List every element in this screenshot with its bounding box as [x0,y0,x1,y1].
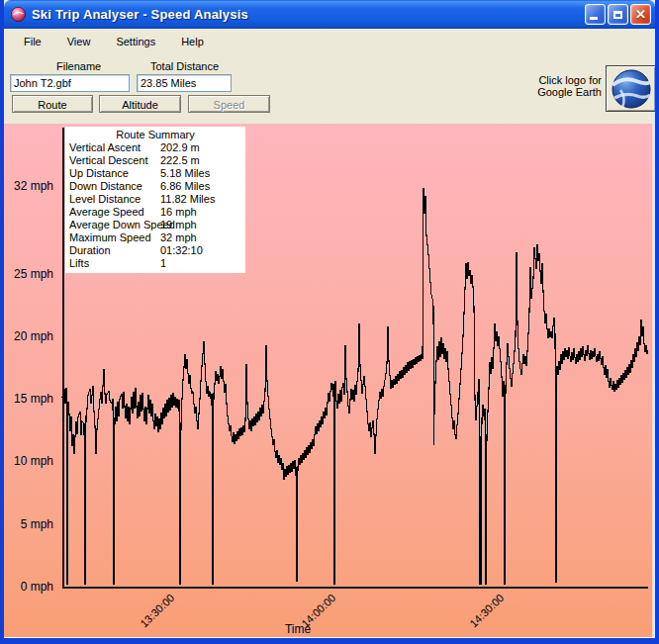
route-summary-value: 202.9 m [160,141,200,154]
route-summary-label: Duration [69,244,160,257]
y-tick-label: 32 mph [4,179,53,193]
google-earth-logo-button[interactable] [606,65,656,112]
route-summary-label: Down Distance [69,180,160,193]
filename-label: Filename [56,60,101,72]
route-summary-row: Lifts1 [69,257,241,270]
route-summary-value: 11.82 Miles [160,193,215,206]
route-summary-value: 6.86 Miles [160,180,210,193]
y-tick-label: 10 mph [4,454,53,468]
route-summary-value: 1 [160,257,166,270]
route-summary-value: 5.18 Miles [160,167,210,180]
altitude-button[interactable]: Altitude [99,95,181,113]
route-summary-value: 16 mph [160,206,197,219]
route-summary-row: Level Distance11.82 Miles [69,193,241,206]
route-button[interactable]: Route [12,95,93,113]
y-tick-label: 25 mph [4,267,53,281]
route-summary-value: 32 mph [160,231,197,244]
route-summary-row: Average Down Speed19 mph [69,219,241,231]
google-earth-caption-line1: Click logo for [491,74,602,86]
close-icon: ✕ [635,8,646,21]
total-distance-label: Total Distance [150,60,219,72]
route-summary-rows: Vertical Ascent202.9 mVertical Descent22… [69,141,241,270]
y-tick-label: 0 mph [4,580,53,594]
menu-bar: File View Settings Help [4,29,655,54]
route-summary-row: Down Distance6.86 Miles [69,180,241,193]
x-axis-title: Time [258,622,337,636]
minimize-icon [590,17,598,20]
window-title: Ski Trip Analyser - Speed Analysis [32,7,585,22]
google-earth-icon [611,68,652,110]
toolbar: Filename John T2.gbf Total Distance 23.8… [4,54,655,124]
y-tick-label: 15 mph [4,392,53,406]
google-earth-caption-line2: Google Earth [491,86,602,98]
route-summary-label: Vertical Descent [69,154,160,167]
app-icon[interactable] [10,6,27,23]
menu-help[interactable]: Help [175,33,210,50]
route-summary-label: Maximum Speed [69,231,160,244]
route-summary-row: Up Distance5.18 Miles [69,167,241,180]
menu-settings[interactable]: Settings [110,33,161,50]
app-window: Ski Trip Analyser - Speed Analysis ✕ Fil… [0,0,659,644]
route-summary-label: Up Distance [69,167,160,180]
total-distance-field[interactable]: 23.85 Miles [137,74,232,92]
menu-view[interactable]: View [61,33,97,50]
route-summary-box: Route Summary Vertical Ascent202.9 mVert… [65,127,245,273]
route-summary-value: 222.5 m [160,154,200,167]
route-summary-label: Average Speed [69,206,160,219]
route-summary-value: 01:32:10 [160,244,203,257]
route-summary-label: Vertical Ascent [69,141,160,154]
speed-chart: 32 mph25 mph20 mph15 mph10 mph5 mph0 mph… [4,124,655,638]
close-button[interactable]: ✕ [630,4,651,25]
route-summary-label: Average Down Speed [69,219,160,231]
route-summary-row: Average Speed16 mph [69,206,241,219]
maximize-icon [613,11,622,19]
route-summary-label: Lifts [69,257,160,270]
google-earth-caption: Click logo for Google Earth [491,74,602,98]
maximize-button[interactable] [608,4,628,25]
route-summary-row: Vertical Descent222.5 m [69,154,241,167]
y-tick-label: 5 mph [4,517,53,531]
route-summary-row: Duration01:32:10 [69,244,241,257]
filename-field[interactable]: John T2.gbf [10,74,130,92]
route-summary-value: 19 mph [160,219,197,231]
speed-button-disabled: Speed [188,95,270,113]
route-summary-label: Level Distance [69,193,160,206]
title-bar[interactable]: Ski Trip Analyser - Speed Analysis ✕ [4,0,655,29]
y-tick-label: 20 mph [4,329,53,343]
route-summary-row: Maximum Speed32 mph [69,231,241,244]
menu-file[interactable]: File [18,33,47,50]
route-summary-title: Route Summary [69,129,241,141]
minimize-button[interactable] [585,4,606,25]
route-summary-row: Vertical Ascent202.9 m [69,141,241,154]
